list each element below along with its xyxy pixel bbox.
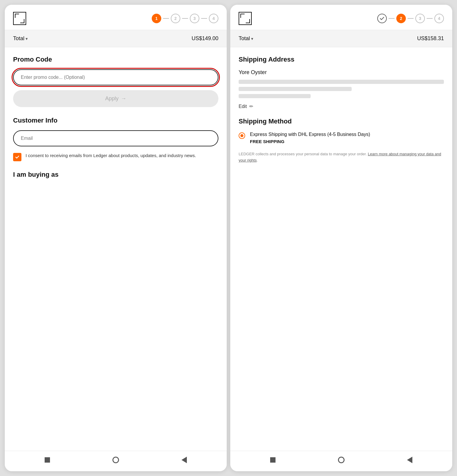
left-circle-icon [112, 457, 119, 463]
left-total-amount: US$149.00 [192, 35, 218, 42]
right-back-icon [407, 457, 412, 463]
right-total-amount: US$158.31 [417, 35, 444, 42]
apply-button[interactable]: Apply → [13, 90, 218, 107]
left-logo [13, 12, 26, 25]
consent-row[interactable]: I consent to receiving emails from Ledge… [13, 152, 218, 161]
right-step-connector-3 [427, 18, 433, 19]
right-step-2: 2 [396, 14, 406, 23]
right-step-4: 4 [434, 14, 444, 23]
legal-text-block: LEDGER collects and processes your perso… [239, 151, 444, 164]
address-line-1 [239, 80, 444, 84]
consent-checkbox[interactable] [13, 153, 21, 161]
buying-as-title: I am buying as [13, 171, 218, 178]
shipping-method-title: Shipping Method [239, 118, 444, 125]
right-chevron-icon: ▾ [251, 36, 253, 41]
left-screen: 1 2 3 4 Total ▾ US$14 [5, 5, 227, 471]
shipping-price: FREE SHIPPING [250, 139, 370, 144]
customer-name: Yore Oyster [239, 69, 444, 76]
right-total-bar[interactable]: Total ▾ US$158.31 [230, 30, 452, 47]
left-back-icon [181, 457, 187, 463]
left-square-icon [45, 457, 50, 463]
left-bottom-nav [5, 451, 227, 471]
right-step-3: 3 [415, 14, 425, 23]
right-nav-back-button[interactable] [406, 456, 414, 464]
right-screen: 2 3 4 Total ▾ US$158.31 Ship [230, 5, 452, 471]
right-bottom-nav [230, 451, 452, 471]
step-1: 1 [152, 14, 161, 23]
edit-label: Edit [239, 104, 247, 109]
edit-row[interactable]: Edit ✏ [239, 104, 444, 109]
left-nav-square-button[interactable] [43, 456, 51, 464]
step-3: 3 [190, 14, 199, 23]
promo-input-wrapper[interactable] [13, 69, 218, 85]
address-line-2 [239, 87, 352, 91]
customer-section-title: Customer Info [13, 117, 218, 124]
right-step-1-done [377, 14, 387, 23]
right-logo [239, 12, 252, 25]
step-connector-1 [163, 18, 169, 19]
left-nav-back-button[interactable] [180, 456, 188, 464]
shipping-details: Express Shipping with DHL Express (4-5 B… [250, 131, 370, 144]
promo-code-input[interactable] [21, 75, 211, 80]
left-nav-circle-button[interactable] [112, 456, 120, 464]
right-step-connector-2 [408, 18, 414, 19]
right-nav-circle-button[interactable] [337, 456, 345, 464]
legal-text-prefix: LEDGER collects and processes your perso… [239, 152, 368, 156]
consent-text: I consent to receiving emails from Ledge… [26, 152, 196, 159]
address-line-3 [239, 94, 311, 98]
shipping-address-title: Shipping Address [239, 56, 444, 63]
left-steps: 1 2 3 4 [152, 14, 218, 23]
step-4: 4 [209, 14, 218, 23]
email-input[interactable] [21, 136, 211, 141]
step-connector-2 [182, 18, 188, 19]
email-input-wrapper[interactable] [13, 130, 218, 146]
edit-pencil-icon: ✏ [249, 104, 253, 109]
right-content: Shipping Address Yore Oyster Edit ✏ Ship… [230, 47, 452, 451]
step-2: 2 [171, 14, 180, 23]
right-square-icon [270, 457, 276, 463]
left-total-label: Total ▾ [13, 35, 28, 42]
left-total-bar[interactable]: Total ▾ US$149.00 [5, 30, 227, 47]
shipping-option[interactable]: Express Shipping with DHL Express (4-5 B… [239, 131, 444, 144]
shipping-description: Express Shipping with DHL Express (4-5 B… [250, 131, 370, 138]
left-chevron-icon: ▾ [26, 36, 28, 41]
right-step-connector-1 [389, 18, 395, 19]
promo-section-title: Promo Code [13, 56, 218, 63]
right-header: 2 3 4 [230, 5, 452, 30]
right-circle-icon [338, 457, 345, 463]
left-header: 1 2 3 4 [5, 5, 227, 30]
shipping-radio-selected [240, 134, 243, 137]
apply-arrow-icon: → [121, 95, 126, 102]
step-connector-3 [201, 18, 207, 19]
right-total-label: Total ▾ [239, 35, 253, 42]
right-steps: 2 3 4 [377, 14, 444, 23]
right-nav-square-button[interactable] [269, 456, 277, 464]
left-content: Promo Code Apply → Customer Info I con [5, 47, 227, 451]
shipping-radio[interactable] [239, 132, 245, 139]
